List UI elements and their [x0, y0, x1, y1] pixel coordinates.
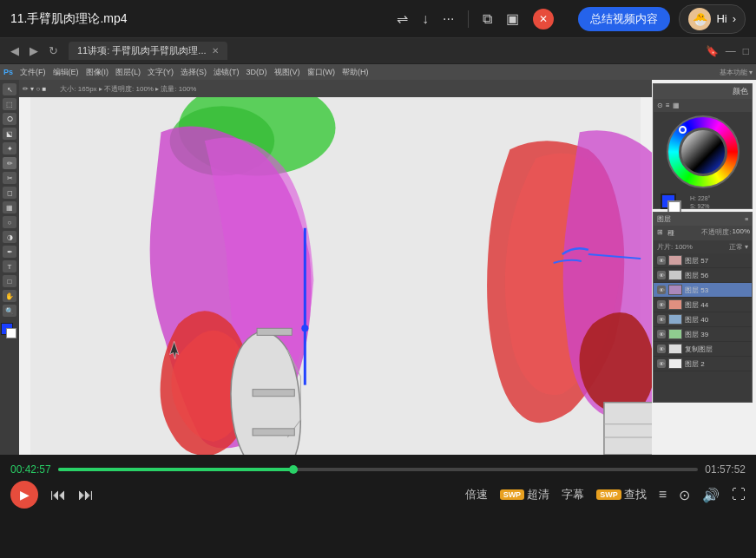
- progress-dot: [289, 465, 298, 474]
- speed-label: 倍速: [465, 487, 488, 502]
- ps-tool-select[interactable]: ⬚: [3, 98, 16, 110]
- layer-row-57[interactable]: 👁 图层 57: [654, 253, 752, 268]
- list-button[interactable]: ≡: [659, 487, 667, 502]
- ps-tool-text[interactable]: T: [3, 260, 16, 272]
- ps-edit-menu[interactable]: 编辑(E): [53, 67, 79, 78]
- hd-label: 超清: [527, 487, 549, 502]
- opacity-label: 不透明度:: [701, 227, 731, 239]
- layer-row-copy[interactable]: 👁 复制图层: [654, 342, 752, 357]
- time-current: 00:42:57: [10, 463, 51, 476]
- layer-row-44[interactable]: 👁 图层 44: [654, 298, 752, 312]
- share-icon[interactable]: ⇌: [397, 10, 408, 27]
- ps-tool-clone[interactable]: ✂: [3, 172, 16, 184]
- layer-row-39[interactable]: 👁 图层 39: [654, 327, 752, 342]
- pip-icon[interactable]: ⧉: [483, 11, 492, 27]
- back-button[interactable]: ◀: [7, 43, 23, 59]
- controls-bar: 00:42:57 01:57:52 ▶ ⏮ ⏭ 倍速 SWP 超清 字幕 SWP: [0, 455, 756, 505]
- ps-color-swatches[interactable]: [1, 323, 18, 342]
- color-sliders-btn[interactable]: ≡: [666, 102, 670, 109]
- ps-layer-menu[interactable]: 图层(L): [115, 67, 141, 78]
- ps-tool-pen[interactable]: ✒: [3, 246, 16, 258]
- search-button[interactable]: SWP 查找: [596, 487, 647, 502]
- browser-tab[interactable]: 11讲项: 手臂肌肉手臂肌肉理... ✕: [69, 42, 227, 60]
- prev-button[interactable]: ⏮: [50, 486, 66, 504]
- ps-workspace: 基本功能 ▾: [720, 68, 753, 77]
- ps-tool-hand[interactable]: ✋: [3, 290, 16, 302]
- layer-eye-57[interactable]: 👁: [657, 256, 666, 265]
- layer-thumb-53: [668, 285, 682, 295]
- ps-tool-dodge[interactable]: ◑: [3, 231, 16, 243]
- ps-text-menu[interactable]: 文字(Y): [148, 67, 174, 78]
- forward-button[interactable]: ▶: [26, 43, 42, 59]
- volume-button[interactable]: 🔊: [702, 487, 720, 503]
- color-wheel-area: [654, 112, 752, 192]
- ps-file-menu[interactable]: 文件(F): [20, 67, 46, 78]
- next-button[interactable]: ⏭: [78, 486, 94, 504]
- fullscreen-icon: ⛶: [732, 487, 746, 502]
- ps-tool-shape[interactable]: □: [3, 275, 16, 287]
- layer-eye-56[interactable]: 👁: [657, 271, 666, 279]
- layer-eye-53[interactable]: 👁: [657, 286, 666, 294]
- layer-row-56[interactable]: 👁 图层 56: [654, 268, 752, 283]
- tab-close-button[interactable]: ✕: [212, 46, 219, 56]
- crop-icon[interactable]: ▣: [506, 10, 519, 27]
- danmaku-button[interactable]: ⊙: [679, 487, 690, 503]
- layers-type-btn[interactable]: 種: [666, 227, 676, 239]
- top-icons: ⇌ ↓ ··· ⧉ ▣ ✕: [397, 9, 554, 30]
- ps-tool-eraser[interactable]: ◻: [3, 187, 16, 199]
- summary-button[interactable]: 总结视频内容: [578, 7, 670, 31]
- hd-button[interactable]: SWP 超清: [500, 487, 550, 502]
- bookmark-icon[interactable]: 🔖: [706, 45, 719, 57]
- layer-eye-39[interactable]: 👁: [657, 330, 666, 338]
- minimize-icon[interactable]: —: [726, 45, 736, 57]
- speed-button[interactable]: 倍速: [465, 487, 488, 502]
- danmaku-icon: ⊙: [679, 488, 690, 502]
- ps-tool-eyedropper[interactable]: ✦: [3, 142, 16, 154]
- progress-bar[interactable]: [58, 468, 699, 471]
- reload-button[interactable]: ↻: [45, 43, 62, 59]
- layer-eye-40[interactable]: 👁: [657, 315, 666, 324]
- ps-filter-menu[interactable]: 滤镜(T): [214, 67, 240, 78]
- ps-tool-crop[interactable]: ⬕: [3, 128, 16, 140]
- opacity-value[interactable]: 100%: [733, 227, 750, 239]
- ps-tool-zoom[interactable]: 🔍: [3, 305, 16, 317]
- layers-filter-icon[interactable]: ⊞: [655, 227, 665, 239]
- ps-help-menu[interactable]: 帮助(H): [342, 67, 369, 78]
- color-swatches-btn[interactable]: ▦: [673, 102, 680, 109]
- ps-background-color[interactable]: [6, 328, 16, 338]
- ps-select-menu[interactable]: 选择(S): [181, 67, 207, 78]
- maximize-icon[interactable]: □: [743, 45, 749, 57]
- ps-tool-blur[interactable]: ○: [3, 216, 16, 228]
- layers-panel-menu[interactable]: ≡: [745, 216, 748, 222]
- fullscreen-button[interactable]: ⛶: [732, 487, 746, 502]
- layer-eye-2[interactable]: 👁: [657, 359, 666, 368]
- layer-row-2[interactable]: 👁 图层 2: [654, 357, 752, 371]
- layer-eye-44[interactable]: 👁: [657, 300, 666, 309]
- play-button[interactable]: ▶: [10, 481, 38, 509]
- ps-tool-move[interactable]: ↖: [3, 83, 16, 95]
- top-bar: 11.手臂肌肉理论.mp4 ⇌ ↓ ··· ⧉ ▣ ✕ 总结视频内容 🐣 Hi …: [0, 0, 756, 38]
- ps-view-menu[interactable]: 视图(V): [274, 67, 300, 78]
- browser-bar: ◀ ▶ ↻ 11讲项: 手臂肌肉手臂肌肉理... ✕ 🔖 — □: [0, 38, 756, 64]
- divider: [468, 10, 469, 28]
- layer-eye-copy[interactable]: 👁: [657, 345, 666, 353]
- layer-row-53[interactable]: 👁 图层 53: [654, 283, 752, 298]
- color-wheel-btn[interactable]: ⊙: [657, 102, 663, 109]
- ps-tool-lasso[interactable]: ⵔ: [3, 113, 16, 125]
- subtitle-button[interactable]: 字幕: [562, 487, 584, 502]
- color-wheel-container[interactable]: [667, 115, 740, 188]
- ps-window-menu[interactable]: 窗口(W): [307, 67, 336, 78]
- ps-image-menu[interactable]: 图像(I): [86, 67, 109, 78]
- hi-button[interactable]: 🐣 Hi ›: [679, 4, 746, 34]
- ps-tool-brush[interactable]: ✏: [3, 157, 16, 169]
- search-label: 查找: [624, 487, 647, 502]
- ps-3d-menu[interactable]: 3D(D): [247, 68, 267, 76]
- layer-thumb-57: [668, 255, 682, 266]
- layer-thumb-40: [668, 314, 682, 325]
- more-icon[interactable]: ···: [443, 11, 454, 27]
- color-wheel-inner: [679, 128, 727, 176]
- download-icon[interactable]: ↓: [422, 11, 429, 27]
- layer-row-40[interactable]: 👁 图层 40: [654, 312, 752, 327]
- ps-tool-gradient[interactable]: ▦: [3, 201, 16, 213]
- close-button[interactable]: ✕: [533, 9, 554, 30]
